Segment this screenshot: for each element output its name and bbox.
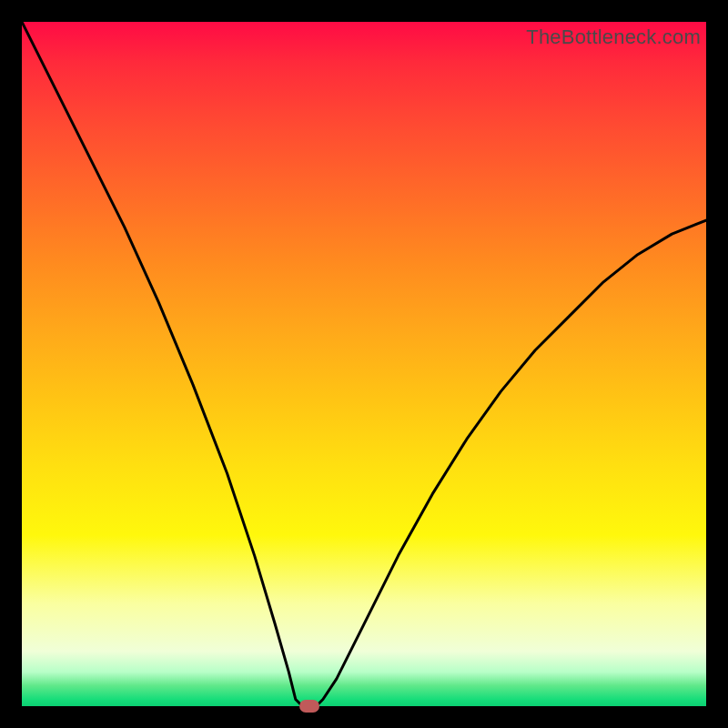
watermark-text: TheBottleneck.com [526, 25, 701, 49]
bottleneck-curve [22, 22, 706, 706]
chart-frame: TheBottleneck.com [0, 0, 728, 728]
curve-path [22, 22, 706, 706]
optimal-marker [299, 700, 319, 713]
plot-area: TheBottleneck.com [22, 22, 706, 706]
